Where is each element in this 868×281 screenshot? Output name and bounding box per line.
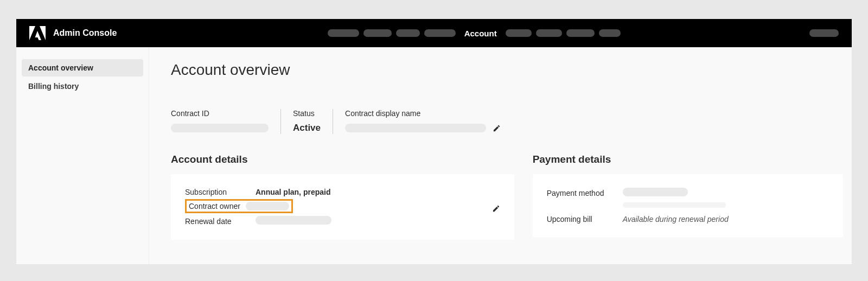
contract-id-block: Contract ID <box>171 109 280 134</box>
redacted-placeholder <box>171 124 269 132</box>
nav-item-placeholder[interactable] <box>536 29 562 37</box>
subscription-value: Annual plan, prepaid <box>256 188 500 196</box>
main: Account overview Contract ID Status Acti… <box>149 47 852 264</box>
payment-details-card: Payment method Upcoming b <box>533 174 843 237</box>
contract-display-name-label: Contract display name <box>345 109 831 118</box>
upcoming-bill-label: Upcoming bill <box>547 215 623 223</box>
nav-item-placeholder[interactable] <box>328 29 359 37</box>
renewal-date-label: Renewal date <box>185 217 256 226</box>
payment-details-column: Payment details Payment method <box>533 154 843 240</box>
sidebar-item-label: Account overview <box>28 63 93 72</box>
payment-method-value <box>623 188 829 198</box>
contract-owner-row: Contract owner <box>185 199 500 213</box>
upcoming-bill-value: Available during renewal period <box>623 215 829 223</box>
nav-item-placeholder[interactable] <box>363 29 392 37</box>
contract-display-name-value <box>345 122 831 134</box>
payment-method-value-2 <box>623 201 829 209</box>
contract-id-value <box>171 122 269 134</box>
page-title: Account overview <box>171 61 843 79</box>
nav-item-placeholder[interactable] <box>599 29 621 37</box>
contract-status-value: Active <box>293 122 321 134</box>
nav-item-account[interactable]: Account <box>460 29 501 38</box>
redacted-placeholder <box>623 202 726 208</box>
app-frame: Admin Console Account Account overview B… <box>16 19 852 264</box>
contract-summary-row: Contract ID Status Active Contract displ… <box>171 109 843 134</box>
payment-method-row: Payment method <box>547 185 829 201</box>
app-title: Admin Console <box>53 28 117 38</box>
sidebar-item-billing-history[interactable]: Billing history <box>22 78 143 95</box>
contract-owner-label: Contract owner <box>189 202 246 210</box>
account-details-column: Account details Subscription Annual plan… <box>171 154 514 240</box>
content-area: Account overview Billing history Account… <box>16 47 852 264</box>
details-columns: Account details Subscription Annual plan… <box>171 154 843 240</box>
contract-status-label: Status <box>293 109 321 118</box>
redacted-placeholder <box>246 202 289 210</box>
pencil-icon[interactable] <box>493 124 501 132</box>
sidebar: Account overview Billing history <box>16 47 149 264</box>
logo-wrap: Admin Console <box>29 26 117 40</box>
nav-item-placeholder[interactable] <box>506 29 532 37</box>
contract-id-label: Contract ID <box>171 109 269 118</box>
contract-display-name-block: Contract display name <box>333 109 843 134</box>
contract-owner-highlight: Contract owner <box>185 199 293 213</box>
account-details-title: Account details <box>171 154 514 165</box>
nav-item-placeholder[interactable] <box>424 29 456 37</box>
renewal-date-value <box>256 216 500 226</box>
payment-details-title: Payment details <box>533 154 843 165</box>
account-details-card: Subscription Annual plan, prepaid Contra… <box>171 174 514 240</box>
subscription-row: Subscription Annual plan, prepaid <box>185 185 500 199</box>
nav-item-placeholder[interactable] <box>396 29 420 37</box>
redacted-placeholder <box>256 216 331 225</box>
topbar-right-placeholder[interactable] <box>809 29 839 37</box>
contract-status-block: Status Active <box>280 109 333 134</box>
nav-item-placeholder[interactable] <box>566 29 595 37</box>
upcoming-bill-row: Upcoming bill Available during renewal p… <box>547 212 829 226</box>
payment-method-label: Payment method <box>547 189 623 197</box>
topnav: Account <box>138 29 809 38</box>
pencil-icon[interactable] <box>492 205 500 213</box>
payment-method-row-2 <box>547 201 829 212</box>
sidebar-item-account-overview[interactable]: Account overview <box>22 59 143 76</box>
redacted-placeholder <box>345 124 486 132</box>
sidebar-item-label: Billing history <box>28 82 79 91</box>
adobe-logo-icon <box>29 26 46 40</box>
subscription-label: Subscription <box>185 188 256 196</box>
renewal-date-row: Renewal date <box>185 213 500 229</box>
topbar: Admin Console Account <box>16 19 852 47</box>
redacted-placeholder <box>623 188 688 196</box>
